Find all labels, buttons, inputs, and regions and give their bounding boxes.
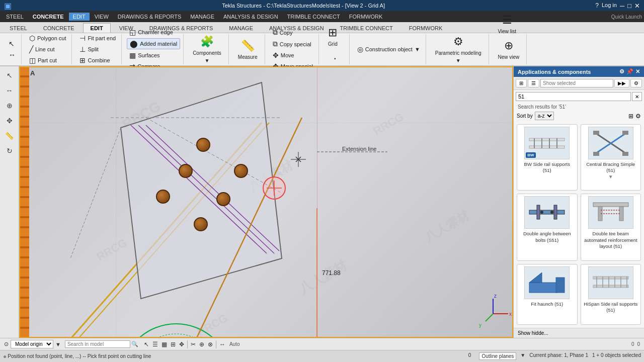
component-card-3[interactable]: Double tee beam automated reinforcement …	[581, 194, 641, 261]
sort-select[interactable]: a-z z-a	[535, 112, 554, 120]
direct-modify-left-btn[interactable]: ↔	[2, 83, 17, 98]
search-model-icon[interactable]: 🔍	[131, 341, 138, 347]
line-cut-btn[interactable]: ╱ Line cut	[27, 44, 57, 54]
panel-close-icon[interactable]: ✕	[635, 68, 640, 75]
panel-list-view-btn[interactable]: ☰	[528, 79, 539, 87]
components-grid: BW BW Side rail supports (51) Centra	[514, 121, 644, 328]
tb-icon-8[interactable]: ⊗	[206, 340, 214, 348]
login-button[interactable]: Log in	[602, 2, 617, 10]
tab-trimble[interactable]: TRIMBLE CONNECT	[333, 23, 400, 33]
panel-pin-icon[interactable]: 📌	[626, 68, 633, 75]
part-cut-btn[interactable]: ◫ Part cut	[27, 55, 59, 65]
move-btn[interactable]: ✥ Move	[270, 50, 297, 60]
component-card-5[interactable]: HiSpan Side rail supports (51)	[581, 264, 641, 325]
rebar-3	[234, 164, 248, 178]
origin-down-icon[interactable]: ▼	[55, 341, 61, 347]
select-tool-btn[interactable]: ↖	[6, 39, 17, 49]
chamfer-edge-btn[interactable]: ◱ Chamfer edge	[127, 27, 176, 37]
close-button[interactable]: ✕	[634, 2, 640, 10]
surfaces-btn[interactable]: ▦ Surfaces	[127, 50, 162, 60]
pan-btn[interactable]: ✥	[2, 114, 17, 128]
search-input[interactable]	[516, 92, 631, 101]
svg-rect-52	[593, 277, 628, 279]
measure-left-btn[interactable]: 📏	[2, 129, 17, 143]
component-card-1[interactable]: Central Bracing Simple (51) ▼	[581, 124, 641, 191]
menubar-item-analysis[interactable]: ANALYSIS & DESIGN	[219, 13, 282, 21]
card-img-0: BW	[524, 127, 570, 159]
ribbon-group-components: 🧩 Components ▼	[186, 34, 229, 64]
panel-filter-input[interactable]	[540, 79, 613, 87]
tab-concrete[interactable]: CONCRETE	[36, 23, 82, 33]
construction-btn[interactable]: ◎ Construction object ▼	[355, 44, 423, 54]
components-btn[interactable]: 🧩 Components ▼	[189, 35, 225, 63]
select-btn[interactable]: ↖	[2, 68, 17, 82]
new-view-btn[interactable]: ⊕ New view	[494, 37, 524, 62]
grid-btn[interactable]: ⊞ Grid	[324, 24, 342, 49]
tb-icon-9[interactable]: ↔	[218, 340, 227, 348]
ribbon: STEEL CONCRETE EDIT VIEW DRAWINGS & REPO…	[0, 22, 644, 66]
panel-collapse-btn[interactable]: ⚙	[630, 79, 642, 87]
component-card-0[interactable]: BW BW Side rail supports (51)	[517, 124, 578, 191]
origin-selector[interactable]: Model origin	[11, 340, 53, 348]
panel-settings-icon[interactable]: ⚙	[619, 68, 624, 75]
tb-icon-4[interactable]: ⊞	[169, 340, 177, 348]
tb-icon-1[interactable]: ↖	[142, 340, 150, 348]
menubar-item-view[interactable]: VIEW	[91, 13, 113, 21]
split-btn[interactable]: ⊥ Split	[77, 44, 101, 54]
panel-expand-btn[interactable]: ▶▶	[614, 79, 629, 87]
menubar-item-edit[interactable]: EDIT	[69, 13, 90, 21]
menubar-item-formwork[interactable]: FORMWORK	[345, 13, 387, 21]
search-clear-btn[interactable]: ✕	[632, 92, 642, 101]
zoom-btn[interactable]: ⊕	[2, 99, 17, 113]
tb-icon-7[interactable]: ⊕	[198, 340, 206, 348]
rotate-btn[interactable]: ↻	[2, 144, 17, 158]
direct-modify-btn[interactable]: ↔	[6, 50, 18, 60]
help-button[interactable]: ?	[595, 2, 599, 10]
show-hidden-btn[interactable]: Show hidde...	[514, 328, 644, 338]
added-material-btn[interactable]: ⬤ Added material	[127, 38, 180, 49]
tb-icon-3[interactable]: ▦	[160, 340, 169, 348]
tb-icon-5[interactable]: ✥	[178, 340, 186, 348]
outline-down[interactable]: ▼	[520, 352, 525, 360]
panel-grid-view-btn[interactable]: ⊞	[516, 79, 527, 87]
tab-steel[interactable]: STEEL	[2, 23, 35, 33]
sort-settings-btn[interactable]: ⚙	[635, 113, 641, 120]
search-model-input[interactable]	[65, 340, 130, 348]
component-card-4[interactable]: Fit haunch (51)	[517, 264, 578, 325]
tab-manage[interactable]: MANAGE	[221, 23, 261, 33]
menubar-item-steel[interactable]: STEEL	[2, 13, 28, 21]
coord-x: 0	[631, 341, 634, 347]
added-material-icon: ⬤	[130, 40, 138, 48]
parametric-btn[interactable]: ⚙ Parametric modeling ▼	[431, 35, 486, 63]
part-cut-icon: ◫	[29, 56, 36, 64]
menubar-item-concrete[interactable]: CONCRETE	[29, 13, 68, 21]
ribbon-group-parametric: ⚙ Parametric modeling ▼	[428, 34, 489, 64]
construction-dropdown-icon[interactable]: ▼	[415, 46, 420, 52]
tab-edit[interactable]: EDIT	[83, 23, 111, 33]
tb-icon-2[interactable]: ☰	[151, 340, 159, 348]
more-icon-1[interactable]: ▼	[608, 174, 613, 179]
fit-part-end-btn[interactable]: ⊣ Fit part end	[77, 33, 118, 43]
combine-btn[interactable]: ⊞ Combine	[77, 55, 112, 65]
measure-btn[interactable]: 📏 Measure	[234, 35, 262, 63]
menubar-item-manage[interactable]: MANAGE	[186, 13, 218, 21]
viewport[interactable]: RRCG 八人素材 RRCG 八人素材 RRCG RRCG 八人素材	[19, 66, 513, 338]
component-card-2[interactable]: Double angle between bolts (S51)	[517, 194, 578, 261]
minimize-button[interactable]: ─	[620, 2, 624, 10]
polygon-cut-btn[interactable]: ⬡ Polygon cut	[27, 33, 68, 43]
sort-expand-btn[interactable]: ⊞	[628, 113, 633, 120]
tb-icon-6[interactable]: ✂	[189, 340, 197, 348]
points-icon: ·	[334, 52, 337, 65]
tab-formwork[interactable]: FORMWORK	[401, 23, 450, 33]
menubar-item-trimble[interactable]: TRIMBLE CONNECT	[283, 13, 344, 21]
outline-planes[interactable]: Outline planes	[479, 352, 516, 360]
parametric-dropdown-icon[interactable]: ▼	[456, 58, 461, 63]
copy-btn[interactable]: ⧉ Copy	[270, 27, 295, 38]
card-img-2	[524, 196, 570, 229]
menubar-item-drawings[interactable]: DRAWINGS & REPORTS	[114, 13, 186, 21]
copy-special-btn[interactable]: ⧉ Copy special	[270, 39, 314, 49]
view-list-btn[interactable]: ☰ View list	[494, 12, 521, 36]
components-dropdown-icon[interactable]: ▼	[205, 58, 210, 63]
maximize-button[interactable]: □	[627, 2, 631, 10]
window-controls[interactable]: ? Log in ─ □ ✕	[595, 2, 640, 10]
